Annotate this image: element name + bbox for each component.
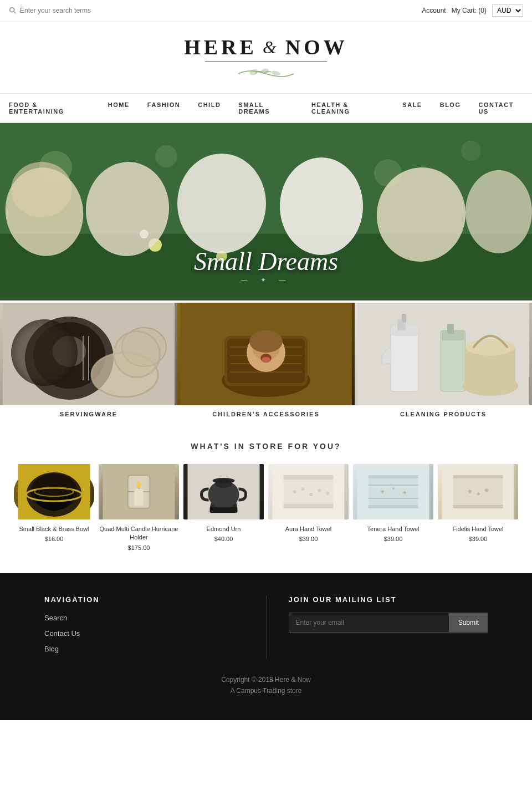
account-link[interactable]: Account [422, 7, 446, 14]
svg-point-15 [11, 162, 72, 217]
svg-line-1 [14, 12, 16, 13]
search-input[interactable] [20, 7, 120, 14]
svg-point-3 [260, 68, 269, 74]
product-name-5: Fidelis Hand Towel [438, 525, 518, 533]
svg-text:✦: ✦ [391, 486, 396, 492]
main-nav: FOOD & ENTERTAINING HOME FASHION CHILD S… [0, 93, 532, 123]
nav-link-blog[interactable]: BLOG [431, 94, 470, 116]
nav-link-food[interactable]: FOOD & ENTERTAINING [0, 94, 99, 123]
footer-inner: NAVIGATION Search Contact Us Blog JOIN O… [22, 595, 510, 659]
svg-point-24 [53, 336, 86, 367]
cart-label[interactable]: My Cart: (0) [452, 7, 487, 14]
nav-item-fashion[interactable]: FASHION [139, 94, 189, 123]
footer: NAVIGATION Search Contact Us Blog JOIN O… [0, 573, 532, 720]
nav-link-sale[interactable]: SALE [393, 94, 431, 116]
footer-nav: NAVIGATION Search Contact Us Blog [22, 595, 267, 659]
cleaning-svg [355, 303, 532, 405]
svg-text:✦: ✦ [402, 489, 407, 497]
svg-rect-73 [284, 504, 334, 508]
svg-rect-82 [369, 505, 418, 508]
category-item-cleaning[interactable]: CLEANING PRODUCTS [355, 303, 532, 423]
submit-button[interactable]: Submit [449, 613, 488, 633]
product-item-3[interactable]: Aura Hand Towel $39.00 [268, 464, 349, 551]
footer-nav-item-contact[interactable]: Contact Us [44, 628, 244, 638]
nav-link-health[interactable]: HEALTH & CLEANING [303, 94, 393, 123]
svg-point-26 [122, 328, 166, 366]
svg-point-17 [177, 154, 266, 253]
product-price-3: $39.00 [268, 536, 349, 542]
footer-nav-list: Search Contact Us Blog [44, 613, 244, 654]
category-section: SERVINGWARE [0, 300, 532, 425]
product-item-0[interactable]: Small Black & Brass Bowl $16.00 [14, 464, 94, 551]
footer-nav-item-blog[interactable]: Blog [44, 644, 244, 654]
product-name-1: Quad Multi Candle Hurricane Holder [99, 525, 179, 542]
nav-item-small-dreams[interactable]: SMALL DREAMS [229, 94, 303, 123]
nav-item-health[interactable]: HEALTH & CLEANING [303, 94, 393, 123]
nav-list: FOOD & ENTERTAINING HOME FASHION CHILD S… [0, 94, 532, 123]
footer-link-search[interactable]: Search [44, 614, 67, 622]
product-item-4[interactable]: ✦ ✦ ✦ Tenera Hand Towel $39.00 [353, 464, 433, 551]
svg-point-64 [137, 482, 141, 488]
leaf-svg [233, 65, 299, 82]
svg-rect-62 [135, 489, 144, 506]
nav-link-home[interactable]: HOME [99, 94, 139, 116]
towel1-svg [268, 464, 349, 519]
search-bar[interactable] [9, 7, 120, 14]
products-grid: Small Black & Brass Bowl $16.00 [11, 464, 521, 551]
hero-banner: Small Dreams — ✦ — [0, 123, 532, 300]
nav-link-contact[interactable]: CONTACT US [469, 94, 532, 123]
svg-point-0 [10, 8, 14, 12]
nav-link-fashion[interactable]: FASHION [139, 94, 189, 116]
footer-bottom: Copyright © 2018 Here & Now A Campus Tra… [0, 659, 532, 704]
product-item-5[interactable]: ◆ ◆ ◆ Fidelis Hand Towel $39.00 [438, 464, 518, 551]
store-section: WHAT'S IN STORE FOR YOU? Small Black & B… [0, 425, 532, 573]
nav-link-small-dreams[interactable]: SMALL DREAMS [229, 94, 303, 123]
product-name-4: Tenera Hand Towel [353, 525, 433, 533]
nav-item-sale[interactable]: SALE [393, 94, 431, 123]
svg-rect-91 [453, 505, 503, 508]
product-name-0: Small Black & Brass Bowl [14, 525, 94, 533]
footer-nav-item-search[interactable]: Search [44, 613, 244, 623]
servingware-svg [0, 303, 177, 405]
logo-part1: HERE [184, 35, 257, 59]
svg-rect-71 [284, 475, 334, 508]
svg-rect-68 [210, 507, 238, 513]
svg-point-41 [262, 357, 270, 363]
product-image-5: ◆ ◆ ◆ [438, 464, 518, 519]
nav-link-child[interactable]: CHILD [189, 94, 229, 116]
svg-point-77 [318, 489, 321, 492]
product-item-1[interactable]: Quad Multi Candle Hurricane Holder $175.… [99, 464, 179, 551]
product-price-0: $16.00 [14, 536, 94, 542]
footer-link-contact[interactable]: Contact Us [44, 629, 80, 638]
category-item-servingware[interactable]: SERVINGWARE [0, 303, 177, 423]
product-price-2: $40.00 [183, 536, 264, 542]
hurricane-svg [99, 464, 179, 519]
nav-item-child[interactable]: CHILD [189, 94, 229, 123]
currency-select[interactable]: AUD [492, 4, 523, 17]
category-item-children[interactable]: CHILDREN'S ACCESSORIES [177, 303, 355, 423]
svg-point-18 [280, 157, 363, 255]
footer-mailing: JOIN OUR MAILING LIST Submit [267, 595, 510, 659]
footer-link-blog[interactable]: Blog [44, 645, 59, 653]
logo-leaf-decoration [233, 65, 299, 84]
category-label-cleaning: CLEANING PRODUCTS [355, 405, 532, 423]
product-price-4: $39.00 [353, 536, 433, 542]
svg-point-2 [249, 68, 259, 77]
nav-item-contact[interactable]: CONTACT US [469, 94, 532, 123]
hero-title: Small Dreams [0, 247, 532, 276]
product-image-4: ✦ ✦ ✦ [353, 464, 433, 519]
copyright-text: Copyright © 2018 Here & Now [0, 676, 532, 684]
email-input[interactable] [289, 613, 449, 633]
nav-item-food[interactable]: FOOD & ENTERTAINING [0, 94, 99, 123]
logo-underline [205, 62, 327, 62]
category-label-children: CHILDREN'S ACCESSORIES [177, 405, 355, 423]
product-item-2[interactable]: Edmond Urn $40.00 [183, 464, 264, 551]
product-name-3: Aura Hand Towel [268, 525, 349, 533]
svg-point-9 [461, 141, 481, 161]
svg-text:◆: ◆ [477, 491, 480, 496]
svg-rect-81 [369, 475, 418, 478]
svg-rect-90 [453, 475, 503, 478]
nav-item-blog[interactable]: BLOG [431, 94, 470, 123]
towel2-svg: ✦ ✦ ✦ [353, 464, 433, 519]
nav-item-home[interactable]: HOME [99, 94, 139, 123]
